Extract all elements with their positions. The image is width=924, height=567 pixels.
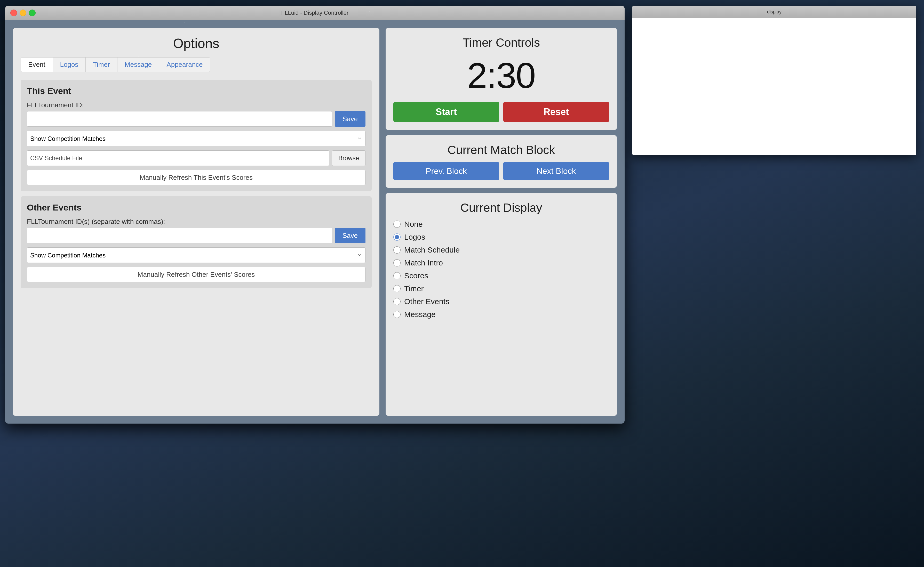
right-panel: Timer Controls 2:30 Start Reset Current … <box>386 28 617 416</box>
match-block-title: Current Match Block <box>393 143 609 157</box>
refresh-scores-button[interactable]: Manually Refresh This Event's Scores <box>27 170 365 185</box>
radio-logos-label: Logos <box>404 232 425 242</box>
display-option-message[interactable]: Message <box>393 310 609 319</box>
radio-none[interactable] <box>393 220 401 228</box>
display-option-match-intro[interactable]: Match Intro <box>393 258 609 267</box>
block-buttons: Prev. Block Next Block <box>393 162 609 180</box>
display-content <box>633 18 916 155</box>
timer-controls-title: Timer Controls <box>393 36 609 50</box>
tab-timer[interactable]: Timer <box>86 57 117 72</box>
display-option-scores[interactable]: Scores <box>393 272 609 280</box>
radio-scores[interactable] <box>393 272 401 279</box>
prev-block-button[interactable]: Prev. Block <box>393 162 499 180</box>
this-event-section: This Event FLLTournament ID: Save Show C… <box>21 80 372 191</box>
display-window-title: display <box>767 9 781 15</box>
app-content: Options Event Logos Timer Message Appear… <box>5 20 625 424</box>
fll-tournament-row: Save <box>27 111 365 127</box>
show-competition-row: Show Competition Matches <box>27 131 365 146</box>
other-show-competition-row: Show Competition Matches <box>27 248 365 263</box>
refresh-other-scores-button[interactable]: Manually Refresh Other Events' Scores <box>27 267 365 282</box>
radio-match-schedule-label: Match Schedule <box>404 246 460 254</box>
maximize-button[interactable] <box>29 9 36 16</box>
other-fll-label: FLLTournament ID(s) (separate with comma… <box>27 218 365 226</box>
radio-match-intro-label: Match Intro <box>404 258 443 267</box>
csv-row: CSV Schedule File Browse <box>27 150 365 166</box>
next-block-button[interactable]: Next Block <box>503 162 609 180</box>
tab-event[interactable]: Event <box>21 57 53 72</box>
radio-match-intro[interactable] <box>393 259 401 267</box>
radio-timer-label: Timer <box>404 284 424 293</box>
radio-timer[interactable] <box>393 285 401 292</box>
radio-other-events-label: Other Events <box>404 297 449 306</box>
tab-message[interactable]: Message <box>117 57 159 72</box>
start-button[interactable]: Start <box>393 102 499 122</box>
other-show-competition-select[interactable]: Show Competition Matches <box>27 248 365 263</box>
current-display-card: Current Display None Logos Match Schedul… <box>386 193 617 416</box>
other-events-title: Other Events <box>27 202 365 213</box>
other-fll-input[interactable] <box>27 228 332 243</box>
timer-buttons: Start Reset <box>393 102 609 122</box>
display-option-timer[interactable]: Timer <box>393 284 609 293</box>
display-option-other-events[interactable]: Other Events <box>393 297 609 306</box>
radio-message-label: Message <box>404 310 436 319</box>
display-window: display <box>633 6 916 155</box>
timer-display: 2:30 <box>393 55 609 96</box>
tabs-container: Event Logos Timer Message Appearance <box>21 57 210 72</box>
radio-other-events[interactable] <box>393 298 401 305</box>
show-competition-select[interactable]: Show Competition Matches <box>27 131 365 146</box>
tab-appearance[interactable]: Appearance <box>159 57 210 72</box>
app-window: FLLuid - Display Controller Options Even… <box>5 6 625 424</box>
display-option-match-schedule[interactable]: Match Schedule <box>393 246 609 254</box>
browse-button[interactable]: Browse <box>332 150 365 166</box>
close-button[interactable] <box>11 9 17 16</box>
radio-message[interactable] <box>393 311 401 318</box>
display-title-bar: display <box>633 6 916 18</box>
radio-logos[interactable] <box>393 234 401 241</box>
match-block-card: Current Match Block Prev. Block Next Blo… <box>386 135 617 188</box>
reset-button[interactable]: Reset <box>503 102 609 122</box>
traffic-lights <box>11 9 36 16</box>
radio-scores-label: Scores <box>404 272 428 280</box>
minimize-button[interactable] <box>20 9 26 16</box>
radio-match-schedule[interactable] <box>393 246 401 254</box>
window-title: FLLuid - Display Controller <box>281 9 349 16</box>
this-event-save-button[interactable]: Save <box>335 111 365 127</box>
other-events-section: Other Events FLLTournament ID(s) (separa… <box>21 196 372 288</box>
options-panel: Options Event Logos Timer Message Appear… <box>13 28 379 416</box>
this-event-title: This Event <box>27 86 365 96</box>
display-option-none[interactable]: None <box>393 220 609 228</box>
csv-label: CSV Schedule File <box>27 150 329 166</box>
timer-card: Timer Controls 2:30 Start Reset <box>386 28 617 130</box>
display-radio-list: None Logos Match Schedule Match Intro <box>393 220 609 319</box>
radio-none-label: None <box>404 220 423 228</box>
title-bar: FLLuid - Display Controller <box>5 6 625 20</box>
current-display-title: Current Display <box>393 201 609 214</box>
fll-tournament-input[interactable] <box>27 111 332 127</box>
display-option-logos[interactable]: Logos <box>393 232 609 242</box>
options-title: Options <box>21 36 372 51</box>
other-event-save-button[interactable]: Save <box>335 228 365 243</box>
fll-tournament-label: FLLTournament ID: <box>27 101 365 109</box>
other-fll-row: Save <box>27 228 365 243</box>
tab-logos[interactable]: Logos <box>53 57 86 72</box>
